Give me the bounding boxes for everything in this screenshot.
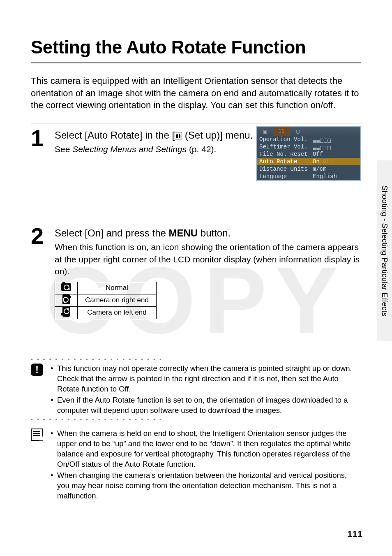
menu-value: m/cm — [313, 166, 358, 172]
step-1-heading-pre: Select [Auto Rotate] in the [ — [55, 130, 175, 141]
menu-row-distance-units: Distance Units m/cm — [257, 165, 360, 173]
warning-notes: •••••••••••••••••••••• ! This function m… — [31, 356, 361, 423]
menu-value: OnOff — [313, 158, 358, 165]
menu-rows: Operation Vol. Selftimer Vol. File No. R… — [257, 136, 360, 180]
tab-setup-icon: îî — [273, 127, 290, 136]
step-2-number: 2 — [31, 226, 49, 246]
volume-bar-icon — [313, 144, 358, 150]
step-1-text-post: (p. 42). — [187, 144, 216, 154]
menu-key: Selftimer Vol. — [259, 144, 313, 150]
menu-key: Language — [259, 173, 313, 180]
menu-row-operation-vol: Operation Vol. — [257, 136, 360, 143]
menu-key: Operation Vol. — [259, 136, 313, 143]
orientation-table: ▴ Normal ▴ Camera on right end ▴ Camera … — [55, 282, 157, 319]
menu-on-value: On — [313, 158, 320, 165]
step-1-number: 1 — [31, 128, 49, 148]
menu-row-language: Language English — [257, 173, 360, 180]
dots-divider: •••••••••••••••••••••• — [31, 416, 361, 423]
step-2-heading-bold: MENU — [169, 227, 198, 239]
volume-bar-icon — [313, 136, 358, 143]
step-2-heading-pre: Select [On] and press the — [55, 227, 169, 239]
warning-list: This function may not operate correctly … — [51, 364, 361, 417]
camera-left-icon: ▴ — [55, 306, 78, 319]
list-item: When the camera is held on end to shoot,… — [51, 429, 361, 470]
table-row: ▴ Normal — [55, 282, 157, 294]
step-1-text-pre: See — [55, 144, 72, 154]
camera-normal-icon: ▴ — [55, 282, 78, 294]
menu-key: Auto Rotate — [259, 158, 313, 165]
tab-play-icon: ▢ — [290, 127, 306, 136]
step-2-heading-post: button. — [198, 227, 231, 239]
menu-row-selftimer-vol: Selftimer Vol. — [257, 143, 360, 151]
intro-text: This camera is equipped with an Intellig… — [31, 75, 361, 111]
menu-key: File No. Reset — [259, 151, 313, 158]
table-row: ▴ Camera on right end — [55, 294, 157, 306]
menu-off-value: Off — [323, 158, 333, 165]
menu-tabs: ▣ îî ▢ — [257, 127, 360, 136]
page-title: Setting the Auto Rotate Function — [31, 37, 361, 63]
menu-key: Distance Units — [259, 166, 313, 172]
step-1: 1 Select [Auto Rotate] in the [ (Set up)… — [31, 123, 361, 221]
camera-right-icon: ▴ — [55, 294, 78, 306]
list-item: This function may not operate correctly … — [51, 364, 361, 394]
step-2-heading: Select [On] and press the MENU button. — [55, 227, 361, 239]
warning-icon: ! — [31, 364, 51, 417]
info-list: When the camera is held on end to shoot,… — [51, 429, 361, 502]
step-2-text: When this function is on, an icon showin… — [55, 241, 361, 277]
menu-row-auto-rotate: Auto Rotate OnOff — [257, 158, 360, 165]
table-row: ▴ Camera on left end — [55, 306, 157, 319]
step-1-heading-post: (Set up)] menu. — [182, 130, 253, 141]
info-icon — [31, 429, 51, 502]
menu-value: English — [313, 173, 358, 180]
setup-icon — [175, 132, 182, 139]
step-2: 2 Select [On] and press the MENU button.… — [31, 221, 361, 327]
dots-divider: •••••••••••••••••••••• — [31, 356, 361, 363]
orientation-label: Camera on right end — [78, 294, 157, 306]
page-number: 111 — [347, 529, 362, 540]
menu-screenshot: ▣ îî ▢ Operation Vol. Selftimer Vol. Fil… — [256, 126, 361, 181]
step-1-text-em: Selecting Menus and Settings — [72, 144, 187, 154]
menu-value: Off — [313, 151, 358, 158]
list-item: When changing the camera’s orientation b… — [51, 470, 361, 501]
info-notes: When the camera is held on end to shoot,… — [31, 429, 361, 502]
tab-camera-icon: ▣ — [257, 127, 273, 136]
menu-row-file-reset: File No. Reset Off — [257, 151, 360, 158]
list-item: Even if the Auto Rotate function is set … — [51, 395, 361, 416]
orientation-label: Normal — [78, 282, 157, 294]
orientation-label: Camera on left end — [78, 306, 157, 319]
